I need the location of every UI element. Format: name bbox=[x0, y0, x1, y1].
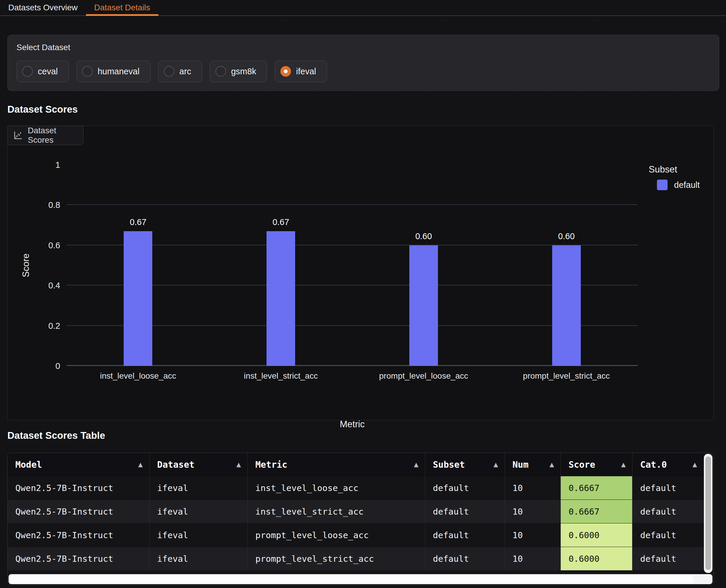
cell-score[interactable]: 0.6667 bbox=[561, 500, 632, 523]
radio-unselected-icon bbox=[216, 66, 226, 77]
tab-datasets-overview[interactable]: Datasets Overview bbox=[0, 0, 86, 15]
column-header-label: Dataset bbox=[157, 459, 195, 470]
cell-metric[interactable]: prompt_level_strict_acc bbox=[247, 547, 425, 570]
bar-prompt_level_strict_acc[interactable] bbox=[552, 245, 581, 366]
radio-option-ceval[interactable]: ceval bbox=[17, 60, 69, 82]
column-header-label: Num bbox=[512, 459, 528, 470]
radio-option-arc[interactable]: arc bbox=[158, 60, 202, 82]
bar-value-label: 0.67 bbox=[67, 217, 209, 227]
cell-cat-0[interactable]: default bbox=[632, 547, 704, 570]
bar-value-label: 0.60 bbox=[495, 231, 638, 241]
cell-model[interactable]: Qwen2.5-7B-Instruct bbox=[8, 476, 149, 500]
column-header-label: Model bbox=[15, 459, 42, 470]
y-axis-title: Score bbox=[21, 254, 31, 277]
radio-option-ifeval[interactable]: ifeval bbox=[275, 60, 327, 82]
column-header-dataset[interactable]: Dataset▲ bbox=[149, 453, 248, 476]
vertical-scrollbar[interactable] bbox=[704, 454, 712, 573]
y-tick-label: 0.8 bbox=[48, 200, 60, 210]
cell-cat-0[interactable]: default bbox=[632, 523, 704, 547]
table-row: Qwen2.5-7B-Instructifevalprompt_level_lo… bbox=[8, 523, 704, 547]
column-header-label: Subset bbox=[433, 459, 465, 470]
cell-model[interactable]: Qwen2.5-7B-Instruct bbox=[8, 500, 149, 523]
tab-dataset-details[interactable]: Dataset Details bbox=[86, 0, 159, 15]
dataset-radio-group: cevalhumanevalarcgsm8kifeval bbox=[17, 60, 710, 82]
bar-inst_level_strict_acc[interactable] bbox=[266, 231, 295, 366]
cell-subset[interactable]: default bbox=[425, 476, 505, 500]
column-header-label: Metric bbox=[255, 459, 287, 470]
radio-option-label: humaneval bbox=[98, 67, 140, 76]
bar-inst_level_loose_acc[interactable] bbox=[124, 231, 152, 366]
cell-num[interactable]: 10 bbox=[505, 547, 561, 570]
column-header-subset[interactable]: Subset▲ bbox=[425, 453, 505, 476]
column-header-score[interactable]: Score▲ bbox=[561, 453, 632, 476]
scatter-plot-icon bbox=[13, 130, 23, 140]
column-header-metric[interactable]: Metric▲ bbox=[247, 453, 425, 476]
column-header-label: Score bbox=[568, 459, 595, 470]
bar-value-label: 0.67 bbox=[209, 217, 352, 227]
chart-label-tab: Dataset Scores bbox=[7, 126, 83, 145]
cell-num[interactable]: 10 bbox=[505, 500, 561, 523]
cell-dataset[interactable]: ifeval bbox=[149, 500, 248, 523]
chart-label-text: Dataset Scores bbox=[28, 126, 78, 145]
cell-score[interactable]: 0.6000 bbox=[561, 547, 632, 570]
column-header-num[interactable]: Num▲ bbox=[505, 453, 561, 476]
y-tick-label: 0.2 bbox=[48, 321, 60, 331]
table-row: Qwen2.5-7B-Instructifevalinst_level_stri… bbox=[8, 500, 704, 523]
radio-unselected-icon bbox=[164, 66, 175, 77]
radio-option-humaneval[interactable]: humaneval bbox=[77, 60, 150, 82]
bar-prompt_level_loose_acc[interactable] bbox=[409, 245, 438, 366]
y-tick-label: 1 bbox=[56, 160, 60, 170]
column-header-model[interactable]: Model▲ bbox=[8, 453, 149, 476]
table-header-row: Model▲Dataset▲Metric▲Subset▲Num▲Score▲Ca… bbox=[8, 453, 704, 476]
radio-option-label: ifeval bbox=[296, 67, 316, 76]
horizontal-scrollbar[interactable] bbox=[8, 574, 712, 584]
radio-unselected-icon bbox=[22, 66, 33, 77]
cell-dataset[interactable]: ifeval bbox=[149, 523, 248, 547]
dataset-scores-table-heading: Dataset Scores Table bbox=[7, 430, 105, 441]
dataset-selector-panel: Select Dataset cevalhumanevalarcgsm8kife… bbox=[7, 35, 719, 91]
table-row: Qwen2.5-7B-Instructifevalinst_level_loos… bbox=[8, 476, 704, 500]
cell-metric[interactable]: prompt_level_loose_acc bbox=[247, 523, 425, 547]
dataset-scores-chart-panel: Dataset Scores Score 00.20.40.60.810.67i… bbox=[7, 126, 713, 420]
table-row: Qwen2.5-7B-Instructifevalprompt_level_st… bbox=[8, 547, 704, 570]
y-tick-label: 0 bbox=[56, 361, 60, 371]
x-category-label: inst_level_strict_acc bbox=[209, 371, 352, 381]
sort-ascending-icon: ▲ bbox=[621, 461, 626, 468]
cell-cat-0[interactable]: default bbox=[632, 500, 704, 523]
sort-ascending-icon: ▲ bbox=[693, 461, 697, 468]
cell-model[interactable]: Qwen2.5-7B-Instruct bbox=[8, 547, 149, 570]
y-tick-label: 0.4 bbox=[48, 281, 60, 291]
top-tab-bar: Datasets Overview Dataset Details bbox=[0, 0, 726, 16]
gridline bbox=[67, 204, 638, 205]
cell-subset[interactable]: default bbox=[425, 523, 505, 547]
y-tick-label: 0.6 bbox=[48, 240, 60, 250]
table-grid: Model▲Dataset▲Metric▲Subset▲Num▲Score▲Ca… bbox=[8, 453, 704, 570]
column-header-label: Cat.0 bbox=[640, 459, 667, 470]
cell-subset[interactable]: default bbox=[425, 547, 505, 570]
cell-num[interactable]: 10 bbox=[505, 523, 561, 547]
sort-ascending-icon: ▲ bbox=[236, 461, 241, 468]
cell-score[interactable]: 0.6667 bbox=[561, 476, 632, 500]
column-header-cat-0[interactable]: Cat.0▲ bbox=[632, 453, 704, 476]
sort-ascending-icon: ▲ bbox=[493, 461, 498, 468]
cell-metric[interactable]: inst_level_strict_acc bbox=[247, 500, 425, 523]
horizontal-scrollbar-thumb[interactable] bbox=[10, 575, 693, 583]
radio-unselected-icon bbox=[82, 66, 93, 77]
radio-option-gsm8k[interactable]: gsm8k bbox=[210, 60, 267, 82]
radio-option-label: ceval bbox=[38, 67, 58, 76]
cell-dataset[interactable]: ifeval bbox=[149, 547, 248, 570]
cell-dataset[interactable]: ifeval bbox=[149, 476, 248, 500]
legend-item-label: default bbox=[674, 180, 700, 190]
vertical-scrollbar-thumb[interactable] bbox=[705, 457, 711, 570]
cell-cat-0[interactable]: default bbox=[632, 476, 704, 500]
sort-ascending-icon: ▲ bbox=[549, 461, 554, 468]
cell-score[interactable]: 0.6000 bbox=[561, 523, 632, 547]
legend-swatch-icon bbox=[657, 180, 668, 190]
radio-selected-icon bbox=[280, 66, 291, 77]
legend-item-default[interactable]: default bbox=[657, 180, 700, 190]
cell-num[interactable]: 10 bbox=[505, 476, 561, 500]
cell-subset[interactable]: default bbox=[425, 500, 505, 523]
cell-metric[interactable]: inst_level_loose_acc bbox=[247, 476, 425, 500]
cell-model[interactable]: Qwen2.5-7B-Instruct bbox=[8, 523, 149, 547]
x-category-label: prompt_level_loose_acc bbox=[352, 371, 495, 381]
